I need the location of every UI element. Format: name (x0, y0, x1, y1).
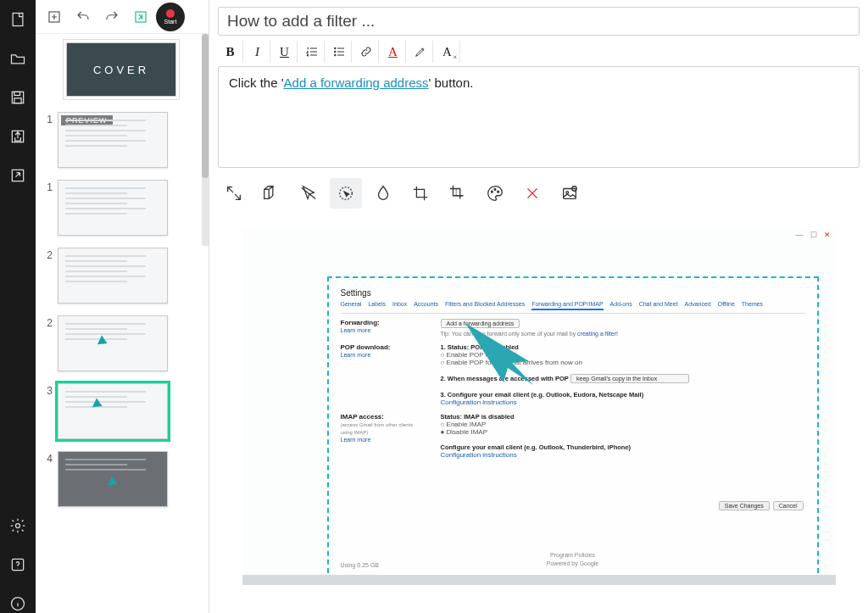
crop-icon[interactable] (404, 178, 437, 209)
step-row: 4 (41, 451, 202, 507)
footer-links: Program PoliciesPowered by Google (547, 551, 598, 568)
svg-rect-0 (13, 14, 23, 26)
delete-icon[interactable] (516, 178, 548, 209)
editor-panel: B I U A A× Click the 'Add a forwarding a… (209, 0, 868, 613)
step-row: 1 (41, 180, 202, 236)
screenshot-canvas[interactable]: —☐✕ Settings General Labels Inbox Accoun… (209, 215, 868, 613)
step-number: 3 (41, 383, 53, 397)
svg-point-11 (334, 47, 335, 48)
step-thumb-2a[interactable] (58, 248, 168, 304)
steps-panel: Start COVER 1 PREVIEW 1 2 2 (36, 0, 209, 613)
settings-heading: Settings (341, 288, 805, 298)
settings-tabs: General Labels Inbox Accounts Filters an… (341, 301, 805, 314)
svg-point-17 (494, 189, 496, 191)
step-number: 2 (41, 315, 53, 329)
open-icon[interactable] (8, 49, 27, 68)
step-number: 1 (41, 180, 53, 193)
steps-scrollbar[interactable] (202, 34, 209, 246)
underline-button[interactable]: U (272, 41, 298, 63)
info-icon[interactable] (8, 594, 27, 613)
ordered-list-button[interactable] (299, 41, 325, 63)
italic-button[interactable]: I (245, 41, 270, 63)
step-thumb-2b[interactable] (58, 315, 168, 371)
step-thumb-1b[interactable] (58, 180, 168, 236)
merge-button[interactable] (127, 3, 154, 31)
image-toolbar (209, 176, 868, 215)
steps-list[interactable]: COVER 1 PREVIEW 1 2 2 3 (36, 34, 209, 613)
svg-point-16 (491, 191, 492, 192)
rectangle-icon[interactable] (255, 178, 287, 209)
export-icon[interactable] (8, 127, 27, 146)
svg-rect-2 (14, 92, 20, 95)
highlight-button[interactable] (408, 41, 433, 63)
svg-rect-3 (14, 98, 21, 103)
desc-text: Click the ' (229, 75, 284, 90)
link-button[interactable] (353, 41, 379, 63)
text-color-button[interactable]: A (381, 41, 406, 63)
svg-point-6 (16, 524, 20, 528)
step-row: 3 (41, 383, 202, 439)
selection-box[interactable]: Settings General Labels Inbox Accounts F… (327, 276, 819, 582)
settings-footer-buttons: Save Changes Cancel (719, 501, 804, 510)
tab-forwarding: Forwarding and POP/IMAP (531, 301, 603, 310)
step-row: 2 (41, 315, 202, 371)
settings-icon[interactable] (8, 516, 27, 535)
save-icon[interactable] (8, 88, 27, 107)
step-title-input[interactable] (218, 7, 860, 36)
new-doc-icon[interactable] (8, 10, 27, 29)
settings-panel: Settings General Labels Inbox Accounts F… (334, 283, 812, 575)
step-number: 2 (41, 248, 53, 261)
pointer-icon[interactable] (292, 178, 325, 209)
desc-link: Add a forwarding address (284, 75, 429, 90)
blur-icon[interactable] (367, 178, 399, 209)
svg-point-13 (334, 54, 335, 55)
redo-button[interactable] (98, 3, 125, 31)
share-icon[interactable] (8, 166, 27, 185)
format-toolbar: B I U A A× (209, 41, 868, 66)
help-icon[interactable] (8, 555, 27, 574)
step-thumb-4[interactable] (58, 451, 168, 507)
record-button[interactable]: Start (156, 3, 185, 31)
replace-image-icon[interactable] (554, 178, 586, 209)
unordered-list-button[interactable] (326, 41, 352, 63)
bold-button[interactable]: B (218, 41, 243, 63)
taskbar (242, 575, 836, 585)
step-number: 4 (41, 451, 53, 465)
palette-icon[interactable] (479, 178, 511, 209)
step-row: 2 (41, 248, 202, 304)
cover-slide[interactable]: COVER (66, 42, 176, 97)
steps-toolbar: Start (36, 0, 209, 34)
desc-text: ' button. (429, 75, 474, 90)
multicrop-icon[interactable] (442, 178, 474, 209)
svg-point-12 (334, 51, 335, 52)
spotlight-icon[interactable] (330, 178, 362, 209)
svg-rect-19 (564, 189, 576, 199)
svg-point-20 (566, 192, 569, 194)
app-rail (0, 0, 36, 613)
cancel-button: Cancel (773, 501, 804, 510)
record-label: Start (164, 19, 177, 25)
step-row: 1 PREVIEW (41, 112, 202, 168)
undo-button[interactable] (70, 3, 97, 31)
step-description[interactable]: Click the 'Add a forwarding address' but… (218, 66, 860, 168)
step-number: 1 (41, 112, 53, 125)
storage-usage: Using 0.25 GB (341, 562, 380, 568)
save-changes-button: Save Changes (719, 501, 770, 510)
screenshot: —☐✕ Settings General Labels Inbox Accoun… (242, 229, 836, 585)
window-controls: —☐✕ (796, 231, 831, 239)
clear-format-button[interactable]: A× (435, 41, 460, 63)
expand-icon[interactable] (218, 178, 250, 209)
step-thumb-3[interactable] (58, 383, 168, 439)
svg-point-18 (498, 191, 499, 192)
add-step-button[interactable] (41, 3, 68, 31)
step-thumb-1a[interactable]: PREVIEW (58, 112, 168, 168)
